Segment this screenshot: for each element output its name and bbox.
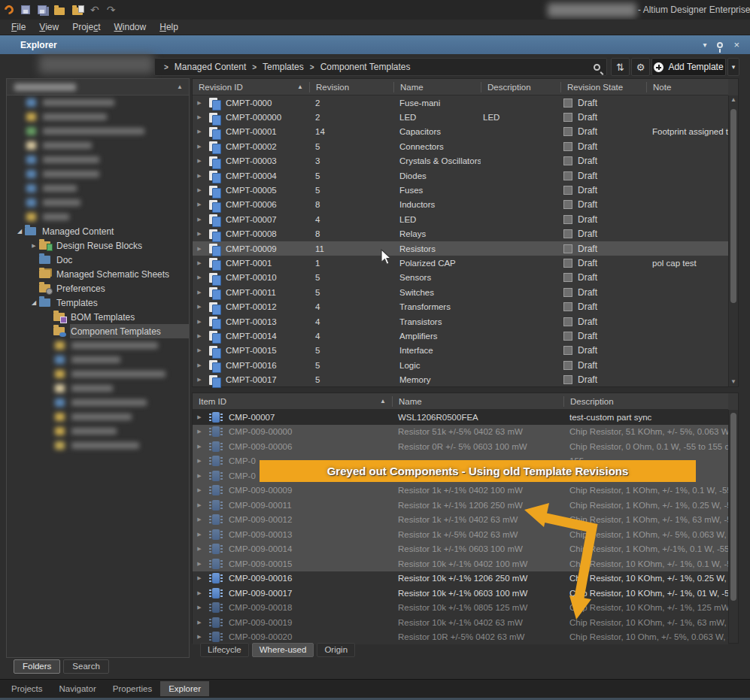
template-row[interactable]: ▶CMPT-000068InductorsDraft bbox=[193, 198, 728, 212]
component-row[interactable]: ▶CMP-009-00009Resistor 1k +/-1% 0402 100… bbox=[193, 483, 728, 498]
row-expand-icon[interactable]: ▶ bbox=[193, 546, 206, 552]
row-expand-icon[interactable]: ▶ bbox=[193, 173, 206, 179]
template-row[interactable]: ▶CMPT-0000002LEDLEDDraft bbox=[193, 110, 728, 124]
pin-icon[interactable] bbox=[717, 42, 723, 48]
refresh-button[interactable]: ⇅ bbox=[611, 58, 630, 76]
row-expand-icon[interactable]: ▶ bbox=[193, 532, 206, 538]
row-expand-icon[interactable]: ▶ bbox=[193, 231, 206, 237]
row-expand-icon[interactable]: ▶ bbox=[193, 590, 206, 596]
breadcrumb-item[interactable]: Templates bbox=[263, 62, 304, 72]
template-row[interactable]: ▶CMPT-0000114CapacitorsDraftFootprint as… bbox=[193, 125, 728, 139]
checkbox[interactable] bbox=[563, 332, 572, 341]
row-expand-icon[interactable]: ▶ bbox=[193, 202, 206, 208]
panel-tab-projects[interactable]: Projects bbox=[3, 681, 51, 696]
component-row[interactable]: ▶CMP-009-00015Resistor 10k +/-1% 0402 10… bbox=[193, 556, 728, 571]
row-expand-icon[interactable]: ▶ bbox=[193, 605, 206, 611]
row-expand-icon[interactable]: ▶ bbox=[193, 100, 206, 106]
component-row[interactable]: ▶CMP-009-00019Resistor 10k +/-1% 0402 63… bbox=[193, 615, 728, 630]
row-expand-icon[interactable]: ▶ bbox=[193, 347, 206, 353]
component-row[interactable]: ▶CMP-009-00017Resistor 10k +/-1% 0603 10… bbox=[193, 586, 728, 601]
row-expand-icon[interactable]: ▶ bbox=[193, 620, 206, 626]
row-expand-icon[interactable]: ▶ bbox=[193, 362, 206, 368]
menu-item-help[interactable]: Help bbox=[153, 20, 185, 34]
scrollbar-thumb[interactable] bbox=[730, 413, 736, 601]
row-expand-icon[interactable]: ▶ bbox=[193, 187, 206, 193]
row-expand-icon[interactable]: ▶ bbox=[193, 487, 206, 493]
tab-origin[interactable]: Origin bbox=[317, 643, 355, 657]
row-expand-icon[interactable]: ▶ bbox=[193, 517, 206, 523]
component-row[interactable]: ▶CMP-009-00000Resistor 51k +/-5% 0402 63… bbox=[193, 425, 728, 440]
tree-item-bom-templates[interactable]: BOM Templates bbox=[7, 310, 189, 324]
open-folder-icon[interactable] bbox=[54, 8, 65, 15]
scroll-up-icon[interactable]: ▲ bbox=[729, 95, 738, 105]
tree-item-managed-schematic-sheets[interactable]: Managed Schematic Sheets bbox=[7, 267, 189, 281]
tree-header[interactable]: ▲ bbox=[7, 79, 189, 95]
template-row[interactable]: ▶CMPT-000055FusesDraft bbox=[193, 183, 728, 197]
open-document-icon[interactable] bbox=[72, 8, 83, 15]
row-expand-icon[interactable]: ▶ bbox=[193, 414, 206, 420]
component-row[interactable]: ▶CMP-009-00011Resistor 1k +/-1% 1206 250… bbox=[193, 498, 728, 513]
tree-item-templates[interactable]: ◢Templates bbox=[7, 295, 189, 310]
column-header-description[interactable]: Description bbox=[481, 82, 560, 92]
template-row[interactable]: ▶CMPT-000088RelaysDraft bbox=[193, 227, 728, 241]
row-expand-icon[interactable]: ▶ bbox=[193, 444, 206, 450]
column-header-revision-state[interactable]: Revision State bbox=[560, 82, 646, 92]
row-expand-icon[interactable]: ▶ bbox=[193, 289, 206, 295]
checkbox[interactable] bbox=[563, 244, 572, 253]
column-header-revision-id[interactable]: Revision ID▲ bbox=[193, 82, 309, 92]
template-row[interactable]: ▶CMPT-000105SensorsDraft bbox=[193, 271, 728, 285]
breadcrumb-item[interactable]: Managed Content bbox=[175, 62, 246, 72]
template-row[interactable]: ▶CMPT-000134TransistorsDraft bbox=[193, 314, 728, 329]
template-row[interactable]: ▶CMPT-000074LEDDraft bbox=[193, 212, 728, 226]
row-expand-icon[interactable]: ▶ bbox=[193, 319, 206, 325]
save-all-icon[interactable] bbox=[38, 5, 47, 14]
column-header-name[interactable]: Name bbox=[393, 82, 481, 92]
row-expand-icon[interactable]: ▶ bbox=[193, 561, 206, 567]
checkbox[interactable] bbox=[563, 127, 572, 136]
row-expand-icon[interactable]: ▶ bbox=[193, 473, 206, 479]
row-expand-icon[interactable]: ▶ bbox=[193, 260, 206, 266]
row-expand-icon[interactable]: ▶ bbox=[193, 274, 206, 280]
row-expand-icon[interactable]: ▶ bbox=[193, 377, 206, 383]
menu-item-project[interactable]: Project bbox=[65, 20, 107, 34]
template-row[interactable]: ▶CMPT-000124TransformersDraft bbox=[193, 299, 728, 314]
scroll-down-icon[interactable]: ▼ bbox=[729, 377, 738, 386]
checkbox[interactable] bbox=[563, 259, 572, 268]
checkbox[interactable] bbox=[563, 346, 572, 355]
component-row[interactable]: ▶CMP-009-00016Resistor 10k +/-1% 1206 25… bbox=[193, 571, 728, 586]
close-icon[interactable]: × bbox=[733, 39, 739, 50]
checkbox[interactable] bbox=[563, 361, 572, 370]
checkbox[interactable] bbox=[563, 98, 572, 108]
row-expand-icon[interactable]: ▶ bbox=[193, 246, 206, 252]
template-row[interactable]: ▶CMPT-000155InterfaceDraft bbox=[193, 344, 728, 358]
template-row[interactable]: ▶CMPT-000144AmplifiersDraft bbox=[193, 329, 728, 343]
row-expand-icon[interactable]: ▶ bbox=[193, 158, 206, 164]
scrollbar-thumb[interactable] bbox=[730, 109, 736, 303]
menu-item-view[interactable]: View bbox=[32, 20, 65, 34]
checkbox[interactable] bbox=[563, 302, 572, 311]
menu-item-file[interactable]: File bbox=[5, 20, 32, 34]
component-row[interactable]: ▶CMP-00007WSL1206R0500FEAtest-custom par… bbox=[193, 410, 728, 425]
checkbox[interactable] bbox=[563, 215, 572, 224]
row-expand-icon[interactable]: ▶ bbox=[193, 575, 206, 581]
checkbox[interactable] bbox=[563, 317, 572, 326]
search-icon[interactable] bbox=[594, 64, 600, 71]
redo-icon[interactable]: ↷ bbox=[107, 5, 116, 14]
panel-tab-properties[interactable]: Properties bbox=[105, 681, 160, 696]
checkbox[interactable] bbox=[563, 200, 572, 209]
tree-item-doc[interactable]: Doc bbox=[7, 253, 189, 267]
tree-item-managed-content[interactable]: ◢Managed Content bbox=[7, 224, 189, 238]
tree-item-component-templates[interactable]: Component Templates bbox=[7, 324, 189, 338]
tree-item-design-reuse-blocks[interactable]: ▶Design Reuse Blocks bbox=[7, 238, 189, 253]
row-expand-icon[interactable]: ▶ bbox=[193, 129, 206, 135]
row-expand-icon[interactable]: ▶ bbox=[193, 217, 206, 223]
checkbox[interactable] bbox=[563, 288, 572, 297]
column-header-item-id[interactable]: Item ID▲ bbox=[193, 396, 392, 407]
checkbox[interactable] bbox=[563, 186, 572, 195]
template-row[interactable]: ▶CMPT-000165LogicDraft bbox=[193, 358, 728, 372]
row-expand-icon[interactable]: ▶ bbox=[193, 144, 206, 150]
template-row[interactable]: ▶CMPT-000025ConnectorsDraft bbox=[193, 139, 728, 153]
checkbox[interactable] bbox=[563, 229, 572, 238]
template-row[interactable]: ▶CMPT-000115SwitchesDraft bbox=[193, 285, 728, 299]
row-expand-icon[interactable]: ▶ bbox=[193, 333, 206, 339]
